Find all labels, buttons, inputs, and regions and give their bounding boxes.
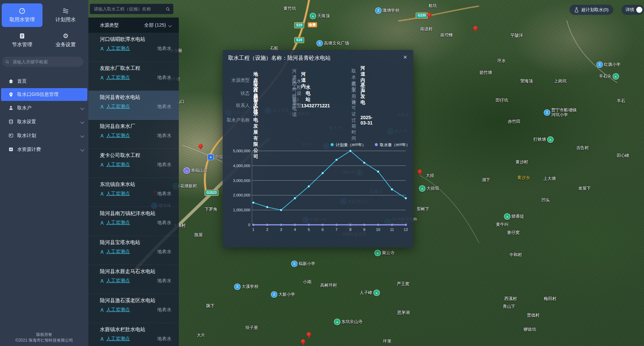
filter-dropdown[interactable]: 全部 (125) — [144, 22, 171, 28]
map-place-label: 坝子里 — [245, 325, 258, 331]
sidebar-item-home[interactable]: 首页 — [0, 74, 88, 88]
module-water-saving[interactable]: 节水管理 — [2, 28, 43, 52]
map-label: 芋陂洋 — [510, 33, 523, 38]
map-label: 普德村 — [527, 313, 540, 318]
red-map-pin[interactable] — [473, 26, 478, 33]
station-search-input[interactable] — [93, 6, 166, 12]
red-map-pin[interactable] — [307, 332, 311, 339]
manual-monitor-link[interactable]: 人工监测点 — [106, 46, 130, 52]
scenic-poi-icon[interactable]: ▲ — [374, 250, 381, 256]
svg-text:10: 10 — [376, 228, 380, 232]
svg-text:2,000,000: 2,000,000 — [233, 193, 250, 197]
close-icon[interactable]: × — [403, 53, 407, 61]
list-item[interactable]: 水唇镇水栏肚水电站人工监测点地表水 — [88, 323, 179, 346]
list-item[interactable]: 麦卡公司取水工程人工监测点地表水 — [88, 149, 179, 178]
list-item[interactable]: 陆河县青砼水电站人工监测点地表水 — [88, 91, 179, 120]
detail-toggle[interactable]: 详情 — [621, 5, 644, 15]
red-map-pin[interactable] — [418, 169, 422, 176]
school-poi-icon[interactable]: 文 — [316, 40, 323, 47]
sidebar-item-label: 取水计划 — [17, 133, 36, 139]
school-poi-icon[interactable]: 文 — [271, 291, 277, 298]
module-business-settings[interactable]: ⚙ 业务设置 — [45, 28, 86, 52]
module-planned-water[interactable]: 计划用水 — [45, 3, 86, 27]
sidebar-search[interactable] — [2, 57, 83, 67]
map-place-label: 箭竹塘 — [479, 70, 492, 76]
list-item[interactable]: 河口镇唱歌潭水电站人工监测点地表水 — [88, 33, 179, 62]
svg-text:3,000,000: 3,000,000 — [233, 179, 250, 183]
manual-monitor-link[interactable]: 人工监测点 — [106, 278, 130, 284]
red-map-pin[interactable] — [427, 13, 432, 20]
manual-monitor-link[interactable]: 人工监测点 — [106, 220, 130, 226]
map-label: 思茅湖 — [397, 310, 410, 316]
legend-item[interactable]: 取水量（m³/年） — [375, 142, 410, 148]
manual-monitor-link[interactable]: 人工监测点 — [106, 336, 130, 342]
school-poi-icon[interactable]: 文 — [291, 261, 298, 267]
scenic-poi-icon[interactable]: ▲ — [373, 290, 380, 296]
map-place-label: 大片 — [197, 332, 205, 338]
chart-legend: 计划量（m³/年）取水量（m³/年） — [223, 141, 413, 149]
scenic-poi-icon[interactable]: ▲ — [310, 13, 316, 19]
scenic-poi-icon[interactable]: ▲ — [334, 319, 340, 325]
list-item[interactable]: 陆河县水唇走马石水电站人工监测点地表水 — [88, 265, 179, 294]
manual-monitor-link[interactable]: 人工监测点 — [106, 249, 130, 255]
list-item[interactable]: 陆河县南万镇杞洋水电站人工监测点地表水 — [88, 207, 179, 236]
scenic-poi-icon[interactable]: ▲ — [613, 73, 619, 80]
list-item[interactable]: 东坑镇自来水站人工监测点地表水 — [88, 178, 179, 207]
station-name: 水唇镇水栏肚水电站 — [100, 326, 171, 333]
search-icon[interactable] — [166, 7, 170, 11]
gas-station-icon[interactable]: ■ — [207, 154, 214, 160]
toggle-knob-icon[interactable] — [636, 7, 642, 13]
school-poi-icon[interactable]: 文 — [234, 284, 241, 290]
red-map-pin[interactable] — [198, 144, 203, 151]
module-water-intake[interactable]: 取用水管理 — [2, 3, 43, 27]
person-icon — [100, 308, 104, 312]
scenic-poi-icon[interactable]: ▲ — [419, 185, 425, 192]
school-poi-icon[interactable]: 文 — [544, 109, 550, 116]
field-label: 联系人 — [223, 103, 250, 109]
route-shield: S19 — [294, 22, 304, 28]
map-label: 文大新小学 — [271, 291, 295, 298]
list-item[interactable]: 陆河县宝塔水电站人工监测点地表水 — [88, 236, 179, 265]
hotel-poi-icon[interactable]: ⌂ — [184, 167, 190, 174]
list-item[interactable]: 友能水厂取水工程人工监测点地表水 — [88, 62, 179, 91]
manual-monitor-link[interactable]: 人工监测点 — [106, 133, 130, 139]
manual-monitor-link[interactable]: 人工监测点 — [106, 75, 130, 81]
station-search[interactable] — [90, 4, 173, 14]
list-item[interactable]: 陆河县自来水厂人工监测点地表水 — [88, 120, 179, 149]
school-poi-icon[interactable]: 文 — [596, 61, 603, 68]
legend-dot-icon — [331, 143, 334, 146]
map-label: 田心嶂 — [617, 153, 629, 159]
list-item[interactable]: 陆河县激石溪老区水电站人工监测点地表水 — [88, 294, 179, 323]
svg-text:0: 0 — [248, 223, 250, 227]
map-label: 箭竹塘 — [479, 70, 492, 76]
manual-monitor-link[interactable]: 人工监测点 — [106, 307, 130, 313]
scenic-poi-icon[interactable]: ▲ — [547, 136, 554, 143]
sidebar-search-input[interactable] — [12, 59, 80, 65]
map-place-label: 锣鼓坑 — [524, 327, 536, 332]
manual-monitor-link[interactable]: 人工监测点 — [106, 162, 130, 168]
legend-item[interactable]: 计划量（m³/年） — [331, 142, 366, 148]
map-place-label: 黄沙乡 — [517, 175, 530, 181]
manual-monitor-link[interactable]: 人工监测点 — [106, 104, 130, 110]
school-poi-icon[interactable]: 文 — [375, 7, 382, 14]
map-label: 望海顶 — [520, 78, 533, 84]
sidebar-item-intake-settings[interactable]: 取水设置 — [0, 115, 88, 129]
sidebar-item-intake-users[interactable]: 取水户 — [0, 101, 88, 115]
manual-monitor-link[interactable]: 人工监测点 — [106, 191, 130, 197]
search-icon — [5, 60, 9, 64]
gear-icon: ⚙ — [63, 33, 68, 39]
scenic-poi-icon[interactable]: ▲ — [504, 213, 510, 220]
person-icon — [100, 279, 104, 283]
map-place-label: 梅田村 — [544, 296, 557, 302]
chevron-down-icon — [80, 148, 84, 151]
map-place-label: 大溪学校 — [242, 284, 258, 290]
map-place-label: 挨埪蜂 — [440, 32, 453, 38]
red-map-pin[interactable] — [301, 339, 306, 346]
sidebar-item-water-billing[interactable]: 水资源计费 — [0, 142, 88, 156]
sidebar-item-gis[interactable]: 取水口GIS信息管理 — [1, 88, 87, 101]
map-place-label: 老屋下 — [578, 186, 591, 191]
over-plan-intake-badge[interactable]: 超计划取水(0) — [569, 5, 613, 15]
sidebar-item-intake-plan[interactable]: 取水计划 — [0, 129, 88, 142]
map-label: 田仔坑 — [496, 98, 508, 103]
map-place-label: 西溪村 — [504, 296, 517, 302]
